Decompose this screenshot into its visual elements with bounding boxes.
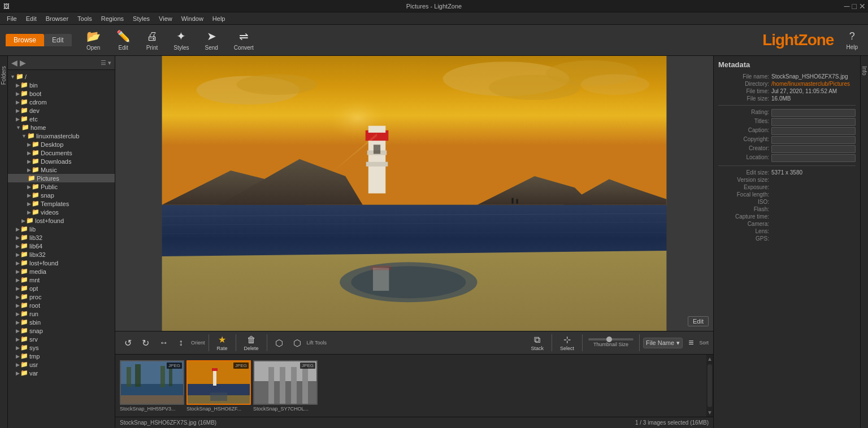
tree-item-lost-found-home[interactable]: ▶ 📁 lost+found	[8, 216, 115, 225]
info-tab[interactable]: Info	[860, 62, 868, 80]
tree-item-music[interactable]: ▶ 📁 Music	[8, 165, 115, 174]
tree-item-linuxmasterclub[interactable]: ▼ 📁 linuxmasterclub	[8, 132, 115, 140]
tree-item-home[interactable]: ▼ 📁 home	[8, 123, 115, 132]
slider-handle[interactable]	[606, 337, 612, 342]
tree-item-lost-found[interactable]: ▶ 📁 lost+found	[8, 259, 115, 267]
close-button[interactable]: ✕	[859, 2, 866, 11]
select-button[interactable]: ⊹ Select	[555, 333, 579, 352]
delete-button[interactable]: 🗑 Delete	[240, 334, 263, 352]
meta-value-rating[interactable]	[771, 109, 856, 117]
tree-item-lib[interactable]: ▶ 📁 lib	[8, 225, 115, 233]
tree-item-media[interactable]: ▶ 📁 media	[8, 267, 115, 276]
orient-flip-h-button[interactable]: ↔	[155, 337, 173, 349]
open-button[interactable]: 📂 Open	[80, 27, 107, 53]
help-button[interactable]: ? Help	[841, 28, 862, 53]
meta-value-copyright[interactable]	[771, 136, 856, 144]
meta-value-creator[interactable]	[771, 145, 856, 153]
send-button[interactable]: ➤ Send	[198, 27, 225, 53]
maximize-button[interactable]: □	[852, 2, 857, 11]
tree-item-sbin[interactable]: ▶ 📁 sbin	[8, 318, 115, 326]
menu-tools[interactable]: Tools	[73, 14, 97, 23]
tree-item-var[interactable]: ▶ 📁 var	[8, 369, 115, 377]
tree-item-downloads[interactable]: ▶ 📁 Downloads	[8, 157, 115, 165]
tree-item-templates[interactable]: ▶ 📁 Templates	[8, 199, 115, 208]
meta-value-titles[interactable]	[771, 118, 856, 126]
menu-window[interactable]: Window	[177, 14, 208, 23]
filmstrip-scroll-thumb[interactable]	[708, 364, 712, 407]
toolbar-edit-button[interactable]: ✏️ Edit	[110, 27, 137, 53]
menu-view[interactable]: View	[154, 14, 177, 23]
tree-item-public[interactable]: ▶ 📁 Public	[8, 182, 115, 191]
tree-item-mnt[interactable]: ▶ 📁 mnt	[8, 276, 115, 284]
tree-item-lib64[interactable]: ▶ 📁 lib64	[8, 242, 115, 250]
tree-item-desktop[interactable]: ▶ 📁 Desktop	[8, 140, 115, 149]
meta-value-location[interactable]	[771, 154, 856, 162]
rate-label: Rate	[217, 346, 228, 351]
rate-button[interactable]: ★ Rate	[212, 333, 232, 352]
filmstrip-scroll-up-button[interactable]: ▲	[706, 355, 713, 363]
tree-item-srv[interactable]: ▶ 📁 srv	[8, 335, 115, 343]
menu-regions[interactable]: Regions	[97, 14, 128, 23]
tree-item-tmp[interactable]: ▶ 📁 tmp	[8, 352, 115, 360]
tree-item-snap[interactable]: ▶ 📁 snap	[8, 326, 115, 335]
orient-rotate-left-button[interactable]: ↺	[120, 337, 136, 350]
folders-tab[interactable]: Folders	[0, 62, 8, 89]
tree-item-dev[interactable]: ▶ 📁 dev	[8, 106, 115, 115]
thumbnail-size-slider[interactable]	[588, 338, 633, 340]
tree-item-boot[interactable]: ▶ 📁 boot	[8, 89, 115, 98]
styles-icon: ✦	[176, 29, 186, 43]
tree-item-proc[interactable]: ▶ 📁 proc	[8, 292, 115, 301]
tree-item-run[interactable]: ▶ 📁 run	[8, 309, 115, 318]
tree-item-root[interactable]: ▶ 📁 root	[8, 301, 115, 309]
sort-dropdown[interactable]: File Name ▾	[643, 338, 683, 348]
tree-item-lib32[interactable]: ▶ 📁 lib32	[8, 233, 115, 242]
meta-value-caption[interactable]	[771, 127, 856, 135]
menu-styles[interactable]: Styles	[128, 14, 154, 23]
tree-item-usr[interactable]: ▶ 📁 usr	[8, 360, 115, 369]
styles-button[interactable]: ✦ Styles	[167, 27, 196, 53]
tree-item-pictures[interactable]: 📁 Pictures	[8, 174, 115, 182]
minimize-button[interactable]: ─	[844, 2, 850, 11]
meta-label-gps: GPS:	[718, 235, 769, 242]
tree-item-root[interactable]: ▼ 📁 /	[8, 72, 115, 81]
lift-tools-copy-button[interactable]: ⬡	[271, 337, 288, 350]
meta-label-location: Location:	[718, 154, 769, 162]
print-button[interactable]: 🖨 Print	[140, 28, 165, 53]
tree-item-snap-user[interactable]: ▶ 📁 snap	[8, 191, 115, 199]
menu-browser[interactable]: Browser	[41, 14, 73, 23]
tree-item-documents[interactable]: ▶ 📁 Documents	[8, 149, 115, 157]
tree-item-sys[interactable]: ▶ 📁 sys	[8, 343, 115, 352]
filmstrip-scrollbar: ▲ ▼	[706, 355, 713, 417]
menu-file[interactable]: File	[2, 14, 21, 23]
sidebar-back-button[interactable]: ◀	[11, 58, 18, 67]
edit-tab[interactable]: Edit	[44, 34, 72, 46]
stack-button[interactable]: ⧉ Stack	[526, 334, 548, 352]
thumbnail-item-2[interactable]: JPEG StockSnap_HSHO	[186, 360, 251, 412]
window-controls[interactable]: ─ □ ✕	[844, 2, 866, 11]
sidebar-forward-button[interactable]: ▶	[20, 58, 26, 67]
tree-item-videos[interactable]: ▶ 📁 videos	[8, 208, 115, 216]
sidebar-menu-button[interactable]: ☰ ▾	[101, 59, 111, 67]
orient-flip-v-button[interactable]: ↕	[174, 337, 188, 349]
lift-tools-paste-button[interactable]: ⬡	[289, 337, 306, 350]
tree-item-cdrom[interactable]: ▶ 📁 cdrom	[8, 98, 115, 106]
tree-item-etc[interactable]: ▶ 📁 etc	[8, 115, 115, 123]
orient-rotate-right-button[interactable]: ↻	[137, 337, 154, 350]
thumb-img-1: JPEG	[121, 361, 183, 404]
menu-edit[interactable]: Edit	[21, 14, 41, 23]
tree-item-libx32[interactable]: ▶ 📁 libx32	[8, 250, 115, 259]
menu-help[interactable]: Help	[208, 14, 230, 23]
thumbnail-item-1[interactable]: JPEG	[120, 360, 184, 412]
convert-button[interactable]: ⇌ Convert	[227, 27, 261, 53]
edit-badge[interactable]: Edit	[688, 316, 709, 326]
sort-asc-button[interactable]: ≡	[684, 337, 698, 349]
meta-row-filename: File name: StockSnap_HSHO6ZFX7S.jpg	[718, 73, 856, 80]
thumb-border-1: JPEG	[120, 360, 184, 405]
filmstrip-scroll-down-button[interactable]: ▼	[706, 408, 713, 417]
flip-v-icon: ↕	[179, 338, 183, 348]
tree-item-bin[interactable]: ▶ 📁 bin	[8, 81, 115, 89]
tree-item-opt[interactable]: ▶ 📁 opt	[8, 284, 115, 292]
svg-rect-46	[280, 367, 285, 404]
thumbnail-item-3[interactable]: JPEG StockSnap_SY7C	[253, 360, 318, 412]
browse-tab[interactable]: Browse	[6, 34, 44, 46]
